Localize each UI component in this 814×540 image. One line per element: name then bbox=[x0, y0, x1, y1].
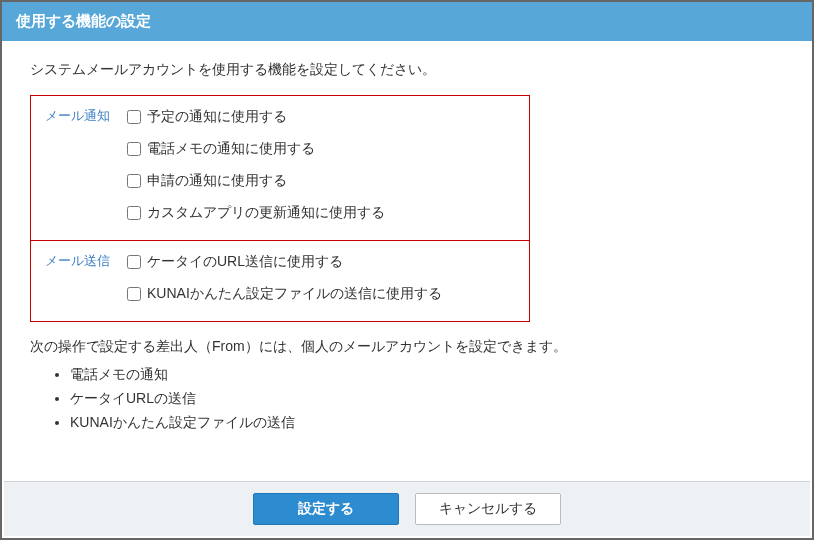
panel-header: 使用する機能の設定 bbox=[2, 2, 812, 41]
label-mail-send: メール送信 bbox=[45, 249, 127, 270]
checkbox-keitai-url-send[interactable] bbox=[127, 255, 141, 269]
row-mail-notify: メール通知 予定の通知に使用する 電話メモの通知に使用する 申請の通知に使用する bbox=[31, 96, 529, 240]
option-label: 電話メモの通知に使用する bbox=[147, 140, 315, 158]
label-mail-notify: メール通知 bbox=[45, 104, 127, 125]
option-custom-app-notify[interactable]: カスタムアプリの更新通知に使用する bbox=[127, 204, 517, 222]
row-mail-send: メール送信 ケータイのURL送信に使用する KUNAIかんたん設定ファイルの送信… bbox=[31, 240, 529, 321]
list-item: ケータイURLの送信 bbox=[70, 390, 784, 408]
option-label: KUNAIかんたん設定ファイルの送信に使用する bbox=[147, 285, 442, 303]
note-list: 電話メモの通知 ケータイURLの送信 KUNAIかんたん設定ファイルの送信 bbox=[70, 366, 784, 432]
note-text: 次の操作で設定する差出人（From）には、個人のメールアカウントを設定できます。 bbox=[30, 338, 784, 356]
option-label: ケータイのURL送信に使用する bbox=[147, 253, 343, 271]
settings-window: 使用する機能の設定 システムメールアカウントを使用する機能を設定してください。 … bbox=[0, 0, 814, 540]
cancel-button[interactable]: キャンセルする bbox=[415, 493, 561, 525]
checkbox-phone-memo-notify[interactable] bbox=[127, 142, 141, 156]
list-item: 電話メモの通知 bbox=[70, 366, 784, 384]
option-label: 申請の通知に使用する bbox=[147, 172, 287, 190]
option-request-notify[interactable]: 申請の通知に使用する bbox=[127, 172, 517, 190]
option-label: 予定の通知に使用する bbox=[147, 108, 287, 126]
options-mail-notify: 予定の通知に使用する 電話メモの通知に使用する 申請の通知に使用する カスタムア… bbox=[127, 104, 517, 236]
option-label: カスタムアプリの更新通知に使用する bbox=[147, 204, 385, 222]
checkbox-request-notify[interactable] bbox=[127, 174, 141, 188]
options-mail-send: ケータイのURL送信に使用する KUNAIかんたん設定ファイルの送信に使用する bbox=[127, 249, 517, 317]
panel-content: システムメールアカウントを使用する機能を設定してください。 メール通知 予定の通… bbox=[2, 41, 812, 432]
list-item: KUNAIかんたん設定ファイルの送信 bbox=[70, 414, 784, 432]
settings-box: メール通知 予定の通知に使用する 電話メモの通知に使用する 申請の通知に使用する bbox=[30, 95, 530, 322]
checkbox-schedule-notify[interactable] bbox=[127, 110, 141, 124]
option-phone-memo-notify[interactable]: 電話メモの通知に使用する bbox=[127, 140, 517, 158]
option-schedule-notify[interactable]: 予定の通知に使用する bbox=[127, 108, 517, 126]
intro-text: システムメールアカウントを使用する機能を設定してください。 bbox=[30, 61, 784, 79]
checkbox-custom-app-notify[interactable] bbox=[127, 206, 141, 220]
checkbox-kunai-file-send[interactable] bbox=[127, 287, 141, 301]
footer-bar: 設定する キャンセルする bbox=[4, 481, 810, 536]
option-kunai-file-send[interactable]: KUNAIかんたん設定ファイルの送信に使用する bbox=[127, 285, 517, 303]
submit-button[interactable]: 設定する bbox=[253, 493, 399, 525]
panel-title: 使用する機能の設定 bbox=[16, 12, 151, 29]
option-keitai-url-send[interactable]: ケータイのURL送信に使用する bbox=[127, 253, 517, 271]
